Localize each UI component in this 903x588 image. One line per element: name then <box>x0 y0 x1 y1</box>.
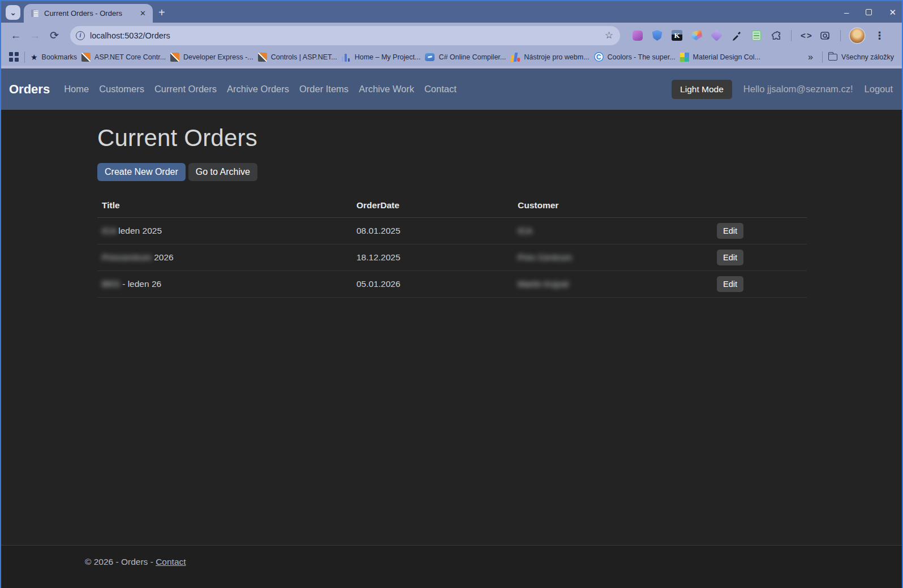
site-navbar: Orders Home Customers Current Orders Arc… <box>1 68 902 110</box>
maximize-button[interactable] <box>866 9 872 15</box>
edit-button[interactable]: Edit <box>717 250 743 265</box>
gem-extension-icon[interactable] <box>711 29 723 41</box>
main-content: Current Orders Create New Order Go to Ar… <box>1 110 902 545</box>
csharp-icon <box>425 53 435 61</box>
tab-strip: ⌄ Current Orders - Orders ✕ + – ✕ <box>1 1 902 23</box>
table-row: ICA leden 2025 08.01.2025 ICA Edit <box>97 218 807 244</box>
customer-cell: Prev Centrum <box>513 244 712 271</box>
navbar-right: Light Mode Hello jjsalom@seznam.cz! Logo… <box>672 80 893 99</box>
tab-search-button[interactable]: ⌄ <box>6 5 20 20</box>
browser-toolbar: ← → ⟳ i localhost:5032/Orders ☆ K < > <box>1 23 902 48</box>
blurred-text: Martin Kojzal <box>518 279 569 289</box>
notes-extension-icon[interactable] <box>750 29 762 41</box>
url-text[interactable]: localhost:5032/Orders <box>90 31 600 40</box>
order-date-cell: 05.01.2026 <box>352 271 513 298</box>
tab-title: Current Orders - Orders <box>44 9 133 18</box>
blurred-text: BRS <box>102 279 120 289</box>
active-tab[interactable]: Current Orders - Orders ✕ <box>24 4 153 23</box>
analytics-icon <box>510 53 520 62</box>
bookmark-developer-express[interactable]: Developer Express -... <box>170 53 253 62</box>
extension-purple-icon[interactable] <box>631 29 643 41</box>
order-date-cell: 08.01.2025 <box>352 218 513 244</box>
address-bar[interactable]: i localhost:5032/Orders ☆ <box>70 26 620 45</box>
star-icon: ★ <box>31 53 38 62</box>
shield-extension-icon[interactable] <box>651 29 663 41</box>
actions-cell: Edit <box>712 218 807 244</box>
order-title-cell: BRS - leden 26 <box>97 271 352 298</box>
go-to-archive-button[interactable]: Go to Archive <box>188 163 257 181</box>
bookmark-coolors[interactable]: C Coolors - The super... <box>594 52 676 62</box>
extensions-puzzle-icon[interactable] <box>770 29 782 41</box>
blurred-text: ICA <box>518 226 532 235</box>
blurred-text: Prev Centrum <box>518 252 572 262</box>
edit-button[interactable]: Edit <box>717 276 743 292</box>
logout-link[interactable]: Logout <box>865 84 893 95</box>
order-title-cell: Prevcentrum 2026 <box>97 244 352 271</box>
nav-link-current-orders[interactable]: Current Orders <box>149 79 222 99</box>
bookmarks-label: Bookmarks <box>42 53 78 61</box>
nav-link-customers[interactable]: Customers <box>94 79 149 99</box>
screen-capture-icon[interactable] <box>819 29 831 41</box>
order-title-cell: ICA leden 2025 <box>97 218 352 244</box>
browser-window: ⌄ Current Orders - Orders ✕ + – ✕ ← → ⟳ … <box>0 0 903 588</box>
window-controls: – ✕ <box>844 1 896 23</box>
bookmark-nastroje-webm[interactable]: Nástroje pro webm... <box>510 53 589 62</box>
orders-table: Title OrderDate Customer ICA leden 2025 <box>97 195 807 298</box>
footer-copyright: © 2026 - Orders - <box>85 557 153 566</box>
forward-icon[interactable]: → <box>27 29 43 42</box>
apps-grid-icon[interactable] <box>9 52 19 62</box>
nav-link-archive-work[interactable]: Archive Work <box>354 79 419 99</box>
create-new-order-button[interactable]: Create New Order <box>97 163 186 181</box>
site-footer: © 2026 - Orders - Contact <box>1 545 902 588</box>
edit-button[interactable]: Edit <box>717 223 743 239</box>
minimize-button[interactable]: – <box>844 8 849 16</box>
page-title: Current Orders <box>97 125 807 152</box>
devexpress-icon <box>170 53 179 62</box>
reload-icon[interactable]: ⟳ <box>46 29 62 42</box>
material-palette-icon <box>680 53 689 62</box>
eyedropper-icon[interactable] <box>730 29 742 41</box>
bookmark-home-my-project[interactable]: Home – My Project... <box>342 53 421 62</box>
bookmarks-bar: ★ Bookmarks ASP.NET Core Contr... Develo… <box>1 48 902 66</box>
bookmark-controls-aspnet[interactable]: Controls | ASP.NET... <box>258 53 337 62</box>
extensions-row: K < > ⋮ <box>631 28 887 43</box>
devtools-code-icon[interactable]: < > <box>801 31 811 40</box>
bookmark-material-design[interactable]: Material Design Col... <box>680 53 761 62</box>
actions-cell: Edit <box>712 244 807 271</box>
site-info-icon[interactable]: i <box>76 31 85 40</box>
column-header-orderdate: OrderDate <box>352 195 513 218</box>
nav-links: Home Customers Current Orders Archive Or… <box>59 79 462 99</box>
bookmark-aspnet-core[interactable]: ASP.NET Core Contr... <box>81 53 166 62</box>
nav-link-archive-orders[interactable]: Archive Orders <box>222 79 294 99</box>
k-extension-icon[interactable]: K <box>671 29 683 41</box>
back-icon[interactable]: ← <box>8 29 24 42</box>
nav-link-home[interactable]: Home <box>59 79 94 99</box>
profile-avatar[interactable] <box>850 28 865 43</box>
all-bookmarks-button[interactable]: Všechny záložky <box>828 53 894 61</box>
order-date-cell: 18.12.2025 <box>352 244 513 271</box>
close-window-button[interactable]: ✕ <box>889 8 896 16</box>
blurred-text: ICA <box>102 226 116 235</box>
user-greeting[interactable]: Hello jjsalom@seznam.cz! <box>743 84 853 95</box>
nav-link-order-items[interactable]: Order Items <box>294 79 354 99</box>
brand-orders[interactable]: Orders <box>9 82 50 97</box>
browser-menu-icon[interactable]: ⋮ <box>872 29 887 42</box>
tab-close-icon[interactable]: ✕ <box>137 8 148 18</box>
bookmarks-overflow-icon[interactable]: » <box>805 52 816 62</box>
new-tab-button[interactable]: + <box>158 7 165 18</box>
light-mode-button[interactable]: Light Mode <box>672 80 732 99</box>
footer-contact-link[interactable]: Contact <box>156 557 186 566</box>
bookmark-star-icon[interactable]: ☆ <box>605 29 613 41</box>
bookmarks-folder-button[interactable]: ★ Bookmarks <box>31 53 77 62</box>
nav-link-contact[interactable]: Contact <box>419 79 462 99</box>
devexpress-icon <box>258 53 267 62</box>
bird-extension-icon[interactable] <box>691 29 703 41</box>
blurred-text: Prevcentrum <box>102 252 152 262</box>
devexpress-icon <box>81 53 91 62</box>
customer-cell: Martin Kojzal <box>513 271 712 298</box>
bookmark-csharp-compiler[interactable]: C# Online Compiler... <box>425 53 506 61</box>
column-header-title: Title <box>97 195 352 218</box>
table-row: Prevcentrum 2026 18.12.2025 Prev Centrum… <box>97 244 807 271</box>
tab-favicon-document-icon <box>31 9 40 18</box>
bar-chart-icon <box>342 53 351 62</box>
